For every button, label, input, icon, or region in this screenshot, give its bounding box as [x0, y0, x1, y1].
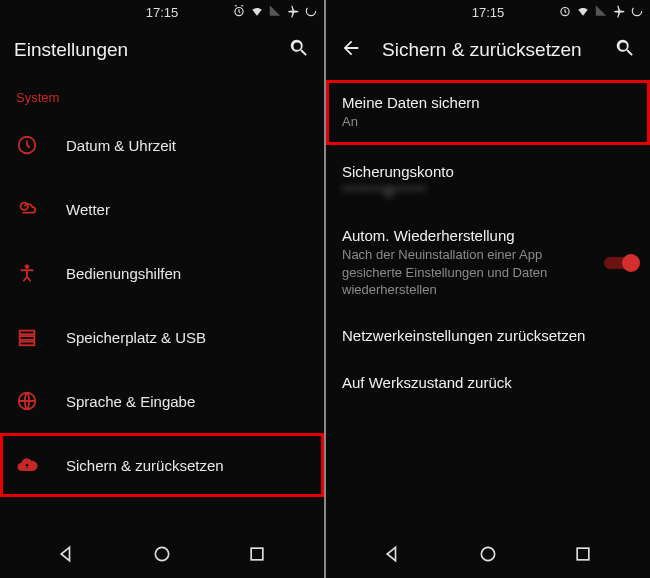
detail-title: Sicherungskonto — [342, 163, 634, 180]
item-backup-account[interactable]: Sicherungskonto ********@****** — [326, 149, 650, 214]
wifi-icon — [250, 4, 264, 18]
signal-icon — [594, 4, 608, 18]
airplane-icon — [286, 4, 300, 18]
weather-icon — [16, 198, 38, 220]
accessibility-icon — [16, 262, 38, 284]
status-time: 17:15 — [146, 5, 179, 20]
nav-home[interactable] — [478, 544, 498, 568]
list-item-language[interactable]: Sprache & Eingabe — [0, 369, 324, 433]
nav-bar — [0, 534, 324, 578]
svg-point-4 — [25, 265, 29, 269]
list-item-label: Sprache & Eingabe — [66, 393, 195, 410]
back-button[interactable] — [340, 37, 362, 63]
list-item-accessibility[interactable]: Bedienungshilfen — [0, 241, 324, 305]
status-bar: 17:15 — [0, 0, 324, 24]
search-icon[interactable] — [288, 37, 310, 63]
svg-rect-14 — [577, 548, 589, 560]
status-icons — [232, 4, 318, 18]
airplane-icon — [612, 4, 626, 18]
list-item-weather[interactable]: Wetter — [0, 177, 324, 241]
status-icons — [558, 4, 644, 18]
detail-sub: Nach der Neuinstallation einer App gesic… — [342, 246, 604, 299]
status-time: 17:15 — [472, 5, 505, 20]
detail-title: Autom. Wiederherstellung — [342, 227, 604, 244]
loading-icon — [304, 4, 318, 18]
list-item-label: Speicherplatz & USB — [66, 329, 206, 346]
loading-icon — [630, 4, 644, 18]
nav-home[interactable] — [152, 544, 172, 568]
nav-bar — [326, 534, 650, 578]
detail-title: Auf Werkszustand zurück — [342, 374, 634, 391]
detail-sub: An — [342, 113, 634, 131]
signal-icon — [268, 4, 282, 18]
section-header-system: System — [0, 76, 324, 113]
app-bar: Einstellungen — [0, 24, 324, 76]
list-item-label: Wetter — [66, 201, 110, 218]
svg-rect-5 — [20, 331, 35, 335]
list-item-storage[interactable]: Speicherplatz & USB — [0, 305, 324, 369]
nav-back[interactable] — [383, 544, 403, 568]
toggle-auto-restore[interactable] — [604, 254, 640, 272]
nav-recent[interactable] — [247, 544, 267, 568]
item-auto-restore[interactable]: Autom. Wiederherstellung Nach der Neuins… — [326, 213, 650, 313]
globe-icon — [16, 390, 38, 412]
status-bar: 17:15 — [326, 0, 650, 24]
list-item-label: Bedienungshilfen — [66, 265, 181, 282]
svg-point-9 — [155, 547, 168, 560]
app-bar: Sichern & zurücksetzen — [326, 24, 650, 76]
wifi-icon — [576, 4, 590, 18]
item-factory-reset[interactable]: Auf Werkszustand zurück — [326, 360, 650, 407]
phone-right: 17:15 Sichern & zurücksetzen Meine Daten… — [326, 0, 650, 578]
page-title: Sichern & zurücksetzen — [382, 39, 594, 61]
search-icon[interactable] — [614, 37, 636, 63]
svg-point-13 — [481, 547, 494, 560]
alarm-icon — [558, 4, 572, 18]
svg-point-12 — [632, 6, 641, 15]
detail-list: Meine Daten sichern An Sicherungskonto *… — [326, 76, 650, 534]
page-title: Einstellungen — [14, 39, 268, 61]
item-backup-data[interactable]: Meine Daten sichern An — [326, 80, 650, 145]
detail-title: Meine Daten sichern — [342, 94, 634, 111]
svg-rect-7 — [20, 342, 35, 346]
clock-icon — [16, 134, 38, 156]
detail-sub: ********@****** — [342, 182, 634, 200]
settings-list: Datum & Uhrzeit Wetter Bedienungshilfen … — [0, 113, 324, 534]
storage-icon — [16, 326, 38, 348]
list-item-label: Datum & Uhrzeit — [66, 137, 176, 154]
list-item-date-time[interactable]: Datum & Uhrzeit — [0, 113, 324, 177]
item-reset-network[interactable]: Netzwerkeinstellungen zurücksetzen — [326, 313, 650, 360]
svg-rect-10 — [251, 548, 263, 560]
svg-rect-6 — [20, 336, 35, 340]
nav-back[interactable] — [57, 544, 77, 568]
list-item-backup-reset[interactable]: Sichern & zurücksetzen — [0, 433, 324, 497]
cloud-upload-icon — [16, 454, 38, 476]
nav-recent[interactable] — [573, 544, 593, 568]
phone-left: 17:15 Einstellungen System Datum & Uhrze… — [0, 0, 324, 578]
list-item-label: Sichern & zurücksetzen — [66, 457, 224, 474]
svg-point-1 — [306, 6, 315, 15]
detail-title: Netzwerkeinstellungen zurücksetzen — [342, 327, 634, 344]
alarm-icon — [232, 4, 246, 18]
